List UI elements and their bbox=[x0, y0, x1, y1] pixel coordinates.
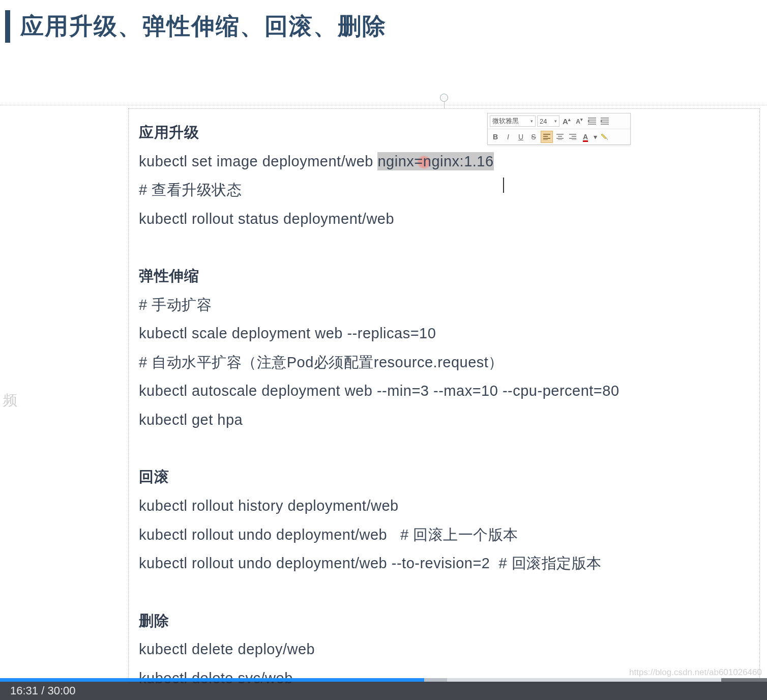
progress-bar[interactable] bbox=[0, 678, 767, 682]
time-display: 16:31 / 30:00 bbox=[0, 682, 767, 700]
code-line[interactable]: kubectl rollout undo deployment/web --to… bbox=[139, 549, 749, 578]
increase-indent-button[interactable] bbox=[599, 115, 610, 127]
watermark-text: https://blog.csdn.net/ab601026460 bbox=[629, 667, 762, 678]
align-right-button[interactable] bbox=[567, 131, 578, 142]
font-name-select[interactable]: 微软雅黑▾ bbox=[490, 115, 536, 127]
code-line[interactable]: kubectl rollout history deployment/web bbox=[139, 491, 749, 520]
progress-remaining-dark bbox=[721, 678, 767, 682]
code-line[interactable]: kubectl rollout status deployment/web bbox=[139, 205, 749, 234]
slide-title-bar: 应用升级、弹性伸缩、回滚、删除 bbox=[5, 10, 387, 43]
underline-button[interactable]: U bbox=[515, 131, 526, 142]
video-controls[interactable]: 16:31 / 30:00 bbox=[0, 679, 767, 700]
code-line[interactable]: kubectl delete deploy/web bbox=[139, 635, 749, 664]
chevron-down-icon: ▾ bbox=[530, 119, 533, 124]
align-left-button[interactable] bbox=[541, 131, 553, 143]
section-heading: 回滚 bbox=[139, 462, 749, 491]
total-time: 30:00 bbox=[47, 684, 75, 697]
code-line[interactable]: # 自动水平扩容（注意Pod必须配置resource.request） bbox=[139, 348, 749, 377]
chevron-down-icon[interactable]: ▾ bbox=[593, 131, 598, 142]
chevron-down-icon: ▾ bbox=[554, 119, 557, 124]
italic-button[interactable]: I bbox=[503, 131, 514, 142]
progress-played bbox=[0, 678, 424, 682]
section-heading: 删除 bbox=[139, 606, 749, 635]
code-line[interactable]: kubectl autoscale deployment web --min=3… bbox=[139, 376, 749, 405]
text-caret-icon bbox=[503, 178, 504, 193]
code-line[interactable]: kubectl rollout undo deployment/web # 回滚… bbox=[139, 520, 749, 549]
font-name-value: 微软雅黑 bbox=[492, 116, 519, 126]
time-separator: / bbox=[38, 684, 47, 697]
selected-text[interactable]: nginx=nginx:1.16 bbox=[377, 152, 493, 170]
format-painter-button[interactable] bbox=[599, 131, 610, 142]
align-center-button[interactable] bbox=[554, 131, 566, 142]
section-heading: 弹性伸缩 bbox=[139, 261, 749, 290]
font-size-value: 24 bbox=[540, 118, 547, 125]
slide-text-box[interactable]: 应用升级 kubectl set image deployment/web ng… bbox=[128, 108, 760, 683]
slide-title: 应用升级、弹性伸缩、回滚、删除 bbox=[20, 11, 387, 42]
decrease-indent-button[interactable] bbox=[586, 115, 598, 127]
rotate-handle-icon[interactable] bbox=[440, 94, 448, 102]
title-accent bbox=[5, 10, 10, 43]
progress-loaded bbox=[424, 678, 447, 682]
code-line[interactable]: kubectl get hpa bbox=[139, 405, 749, 434]
grow-font-button[interactable]: A▴ bbox=[561, 115, 572, 127]
toolbar-row-1: 微软雅黑▾ 24▾ A▴ A▾ bbox=[488, 113, 630, 129]
code-line[interactable]: kubectl scale deployment web --replicas=… bbox=[139, 319, 749, 348]
toolbar-row-2: B I U S A ▾ bbox=[488, 129, 630, 144]
section-heading: 应用升级 bbox=[139, 118, 749, 147]
bold-button[interactable]: B bbox=[490, 131, 501, 142]
code-line[interactable]: kubectl set image deployment/web nginx=n… bbox=[139, 147, 749, 176]
guide-line bbox=[0, 105, 767, 106]
font-color-button[interactable]: A bbox=[580, 131, 591, 142]
font-size-select[interactable]: 24▾ bbox=[537, 115, 559, 127]
floating-format-toolbar[interactable]: 微软雅黑▾ 24▾ A▴ A▾ B I U S A ▾ bbox=[487, 113, 631, 145]
code-line[interactable]: # 手动扩容 bbox=[139, 290, 749, 319]
code-pre: kubectl set image deployment/web bbox=[139, 153, 377, 169]
shrink-font-button[interactable]: A▾ bbox=[574, 115, 585, 127]
current-time: 16:31 bbox=[10, 684, 38, 697]
strikethrough-button[interactable]: S bbox=[528, 131, 539, 142]
code-line[interactable]: # 查看升级状态 bbox=[139, 176, 749, 205]
